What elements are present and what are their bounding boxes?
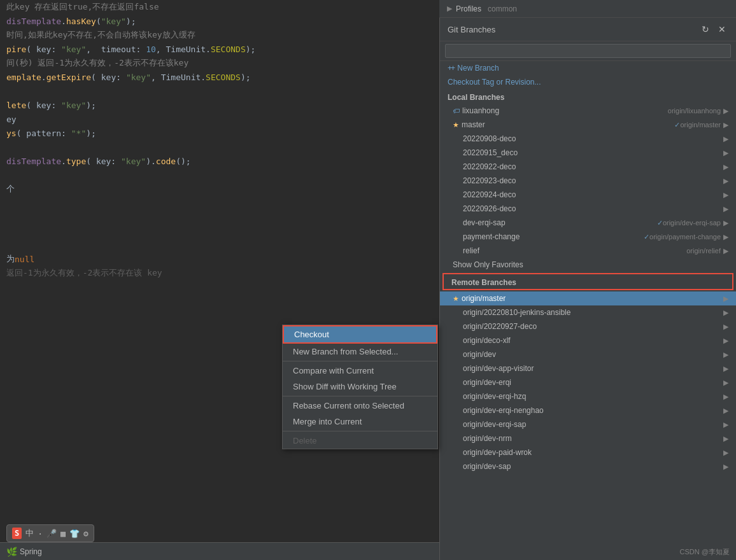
refresh-button[interactable]: ↻ — [699, 23, 712, 36]
ctx-item-show-diff[interactable]: Show Diff with Working Tree — [283, 379, 437, 395]
branch-name: origin/dev-erqi — [463, 378, 721, 387]
ctx-item-merge[interactable]: Merge into Current — [283, 414, 437, 430]
git-panel-title: Git Branches — [448, 25, 495, 34]
show-favorites-label: Show Only Favorites — [453, 260, 523, 269]
arrow-icon: ▶ — [723, 233, 728, 241]
spring-label: Spring — [20, 547, 42, 556]
remote-branches-label: Remote Branches — [451, 278, 516, 287]
arrow-icon: ▶ — [723, 379, 728, 387]
ime-chinese-char[interactable]: 中 — [25, 528, 34, 539]
code-line: 间(秒) 返回-1为永久有效，-2表示不存在该key — [0, 56, 439, 70]
code-line: emplate.getExpire( key: "key", TimeUnit.… — [0, 70, 439, 84]
remote-name: origin/dev-erqi-sap — [663, 219, 721, 227]
ime-grid-icon[interactable]: ▦ — [60, 529, 66, 538]
branch-item-origin-dev-erqi-nenghao[interactable]: origin/dev-erqi-nenghao ▶ — [440, 403, 736, 417]
profile-arrow: ▶ — [447, 4, 452, 13]
ime-menu-icon[interactable]: ⚙ — [83, 529, 88, 538]
star-icon: ★ — [453, 295, 459, 303]
branch-item-20220923[interactable]: 20220923-deco ▶ — [440, 174, 736, 188]
branch-name: 20220926-deco — [463, 204, 721, 213]
branch-item-origin-dev-erqi-sap[interactable]: origin/dev-erqi-sap ▶ — [440, 417, 736, 431]
git-panel-header: Git Branches ↻ ✕ — [440, 18, 736, 41]
branch-name: 20220924-deco — [463, 190, 721, 199]
remote-name: origin/relief — [686, 247, 721, 255]
branch-item-origin-jenkins[interactable]: origin/20220810-jenkins-ansible ▶ — [440, 305, 736, 319]
branch-item-20220915[interactable]: 20220915_deco ▶ — [440, 146, 736, 160]
branch-item-master[interactable]: ★ master ✓ origin/master ▶ — [440, 118, 736, 132]
branch-name: origin/20220810-jenkins-ansible — [463, 308, 721, 317]
branch-item-origin-deco-xlf[interactable]: origin/deco-xlf ▶ — [440, 333, 736, 347]
branch-name: origin/dev-app-visitor — [463, 364, 721, 373]
code-line — [0, 224, 439, 238]
ctx-separator — [283, 361, 437, 361]
branch-item-dev-erqi-sap[interactable]: dev-erqi-sap ✓ origin/dev-erqi-sap ▶ — [440, 216, 736, 230]
branch-item-origin-dev-paid-wrok[interactable]: origin/dev-paid-wrok ▶ — [440, 445, 736, 459]
ime-bar: S 中 · 🎤 ▦ 👕 ⚙ — [6, 524, 94, 542]
code-line: 返回-1为永久有效，-2表示不存在该 key — [0, 266, 439, 280]
arrow-icon: ▶ — [723, 435, 728, 443]
branch-name: origin/master — [462, 294, 721, 303]
spring-indicator: 🌿 Spring — [6, 547, 42, 557]
close-panel-button[interactable]: ✕ — [716, 23, 728, 36]
git-panel-actions: ↻ ✕ — [699, 23, 728, 36]
new-branch-button[interactable]: + + New Branch — [440, 61, 736, 75]
remote-branches-header: Remote Branches — [442, 273, 733, 290]
code-line: 此key 存在返回true,不存在返回false — [0, 0, 439, 14]
ime-mic-icon[interactable]: 🎤 — [46, 529, 57, 538]
star-icon: ★ — [453, 121, 459, 129]
code-line — [0, 196, 439, 210]
arrow-icon: ▶ — [723, 421, 728, 429]
branch-item-20220922[interactable]: 20220922-deco ▶ — [440, 160, 736, 174]
watermark: CSDN @李知夏 — [680, 547, 730, 557]
arrow-icon: ▶ — [723, 337, 728, 345]
check-icon: ✓ — [657, 219, 663, 227]
arrow-icon: ▶ — [723, 177, 728, 185]
arrow-icon: ▶ — [723, 295, 728, 303]
new-branch-label: + New Branch — [451, 64, 499, 73]
arrow-icon: ▶ — [723, 163, 728, 171]
branch-name: payment-change — [463, 232, 642, 241]
show-only-favorites-button[interactable]: Show Only Favorites — [440, 258, 736, 272]
branch-name: origin/dev-erqi-nenghao — [463, 406, 721, 415]
arrow-icon: ▶ — [723, 407, 728, 415]
branch-item-lixuanhong[interactable]: 🏷 lixuanhong origin/lixuanhong ▶ — [440, 104, 736, 118]
remote-name: origin/master — [680, 121, 721, 129]
local-branches-label: Local Branches — [440, 89, 736, 104]
branch-name: dev-erqi-sap — [463, 218, 656, 227]
ctx-separator-3 — [283, 431, 437, 431]
code-line — [0, 84, 439, 98]
branch-item-origin-dev-erqi[interactable]: origin/dev-erqi ▶ — [440, 375, 736, 389]
code-editor: 此key 存在返回true,不存在返回false disTemplate.has… — [0, 0, 439, 560]
branch-item-origin-master[interactable]: ★ origin/master ▶ — [440, 291, 736, 305]
branch-item-20220924[interactable]: 20220924-deco ▶ — [440, 188, 736, 202]
remote-name: origin/payment-change — [649, 233, 721, 241]
branch-item-origin-dev-app-visitor[interactable]: origin/dev-app-visitor ▶ — [440, 361, 736, 375]
ctx-item-checkout[interactable]: Checkout — [283, 325, 437, 344]
context-menu: Checkout New Branch from Selected... Com… — [282, 325, 438, 449]
code-line: disTemplate.type( key: "key").code(); — [0, 154, 439, 168]
branch-name: origin/dev — [463, 350, 721, 359]
git-search-bar — [440, 41, 736, 61]
branch-item-origin-dev-nrm[interactable]: origin/dev-nrm ▶ — [440, 431, 736, 445]
branch-name: 20220923-deco — [463, 176, 721, 185]
arrow-icon: ▶ — [723, 393, 728, 401]
ime-shirt-icon[interactable]: 👕 — [69, 529, 80, 538]
git-search-input[interactable] — [445, 44, 731, 58]
ctx-item-new-branch-selected[interactable]: New Branch from Selected... — [283, 344, 437, 360]
branch-item-origin-dev-sap[interactable]: origin/dev-sap ▶ — [440, 459, 736, 473]
ctx-item-delete: Delete — [283, 433, 437, 449]
tag-icon: 🏷 — [453, 107, 460, 115]
code-line — [0, 140, 439, 154]
branch-item-relief[interactable]: relief origin/relief ▶ — [440, 244, 736, 258]
ctx-item-compare[interactable]: Compare with Current — [283, 363, 437, 379]
branch-item-origin-dev-erqi-hzq[interactable]: origin/dev-erqi-hzq ▶ — [440, 389, 736, 403]
branch-item-origin-dev[interactable]: origin/dev ▶ — [440, 347, 736, 361]
branch-item-payment-change[interactable]: payment-change ✓ origin/payment-change ▶ — [440, 230, 736, 244]
branch-item-20220908[interactable]: 20220908-deco ▶ — [440, 132, 736, 146]
code-line: ey — [0, 112, 439, 126]
ctx-item-rebase[interactable]: Rebase Current onto Selected — [283, 398, 437, 414]
branch-item-20220926[interactable]: 20220926-deco ▶ — [440, 202, 736, 216]
branch-item-origin-20220927[interactable]: origin/20220927-deco ▶ — [440, 319, 736, 333]
branch-name: origin/dev-erqi-sap — [463, 420, 721, 429]
checkout-tag-button[interactable]: Checkout Tag or Revision... — [440, 75, 736, 89]
